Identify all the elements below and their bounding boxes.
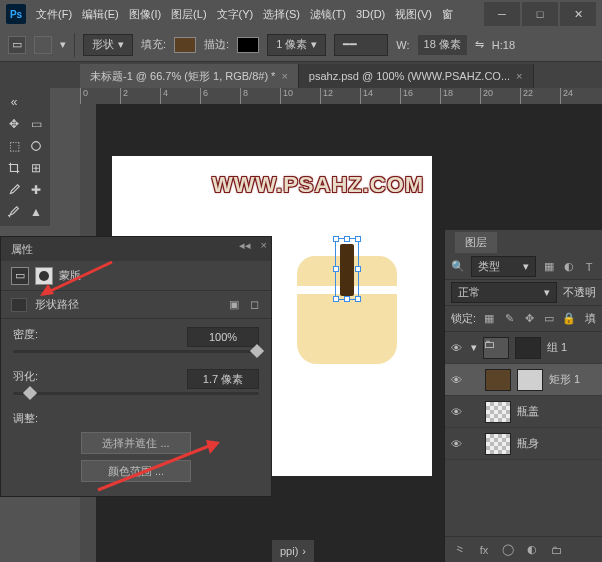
color-range-button[interactable]: 颜色范围 ... [81,460,191,482]
layer-name[interactable]: 组 1 [547,340,567,355]
menu-filter[interactable]: 滤镜(T) [310,7,346,22]
transform-handle[interactable] [333,266,339,272]
ruler-tick: 18 [440,88,480,104]
visibility-icon[interactable]: 👁 [451,438,465,450]
menu-window[interactable]: 窗 [442,7,453,22]
collapse-icon[interactable]: « [4,92,24,112]
move-tool[interactable]: ✥ [4,114,24,134]
transform-bounds[interactable] [335,238,359,300]
filter-adjust-icon[interactable]: ◐ [562,260,576,274]
fx-icon[interactable]: fx [477,543,491,557]
stroke-swatch[interactable] [237,37,259,53]
path-op-icon[interactable]: ▣ [227,298,241,312]
layer-row[interactable]: 👁 瓶身 [445,428,602,460]
feather-slider[interactable] [13,392,259,395]
menu-3d[interactable]: 3D(D) [356,8,385,20]
crop-tool[interactable] [4,158,24,178]
lock-art-icon[interactable]: ▭ [542,312,556,326]
properties-tab[interactable]: 属性 [11,242,33,257]
search-icon[interactable]: 🔍 [451,260,465,273]
layer-row[interactable]: 👁 瓶盖 [445,396,602,428]
chevron-down-icon: ▾ [60,38,66,51]
stroke-style-combo[interactable]: ━━ [334,34,388,56]
path-thumb[interactable] [11,298,27,312]
brush-tool[interactable] [4,202,24,222]
artboard-tool[interactable]: ▭ [26,114,46,134]
layer-row[interactable]: 👁 ▾ 🗀 组 1 [445,332,602,364]
layers-tab[interactable]: 图层 [455,232,497,253]
eyedropper-tool[interactable] [4,180,24,200]
lock-all-icon[interactable]: 🔒 [562,312,576,326]
doc-tab-1[interactable]: 未标题-1 @ 66.7% (矩形 1, RGB/8#) * × [80,64,299,88]
shape-mode-combo[interactable]: 形状▾ [83,34,133,56]
panel-collapse[interactable]: ◂◂ × [239,239,267,252]
select-and-mask-button[interactable]: 选择并遮住 ... [81,432,191,454]
close-icon[interactable]: × [516,70,522,82]
menu-edit[interactable]: 编辑(E) [82,7,119,22]
transform-handle[interactable] [333,236,339,242]
maximize-button[interactable]: □ [522,2,558,26]
swatch-button[interactable] [34,36,52,54]
layer-row[interactable]: 👁 矩形 1 [445,364,602,396]
tool-preset-icon[interactable]: ▭ [8,36,26,54]
transform-handle[interactable] [355,236,361,242]
layer-thumb [485,433,511,455]
stroke-size-combo[interactable]: 1 像素▾ [267,34,326,56]
ruler-horizontal[interactable]: 0 2 4 6 8 10 12 14 16 18 20 22 24 [80,88,602,104]
link-icon[interactable]: ⇋ [475,38,484,51]
frame-tool[interactable]: ⊞ [26,158,46,178]
stamp-tool[interactable]: ▲ [26,202,46,222]
transform-handle[interactable] [344,296,350,302]
vector-mask-icon[interactable] [35,267,53,285]
visibility-icon[interactable]: 👁 [451,406,465,418]
filter-pixel-icon[interactable]: ▦ [542,260,556,274]
group-icon[interactable]: 🗀 [549,543,563,557]
menu-view[interactable]: 视图(V) [395,7,432,22]
toolbox: « ✥ ▭ ⬚ ⊞ ✚ ▲ [0,88,50,226]
menu-type[interactable]: 文字(Y) [217,7,254,22]
layer-name[interactable]: 矩形 1 [549,372,580,387]
layer-name[interactable]: 瓶身 [517,436,539,451]
lock-paint-icon[interactable]: ✎ [502,312,516,326]
doc-tab-2[interactable]: psahz.psd @ 100% (WWW.PSAHZ.CO... × [299,64,534,88]
path-op-icon[interactable]: ◻ [247,298,261,312]
fill-swatch[interactable] [174,37,196,53]
transform-handle[interactable] [344,236,350,242]
separator [74,33,75,57]
adjustment-icon[interactable]: ◐ [525,543,539,557]
layer-filter-combo[interactable]: 类型▾ [471,256,536,277]
layers-panel: 图层 🔍 类型▾ ▦ ◐ T 正常▾ 不透明 锁定: ▦ ✎ ✥ ▭ 🔒 填 👁… [444,230,602,562]
close-icon[interactable]: × [281,70,287,82]
chevron-right-icon[interactable]: › [302,545,306,557]
options-bar: ▭ ▾ 形状▾ 填充: 描边: 1 像素▾ ━━ W: 18 像素 ⇋ H:18 [0,28,602,62]
density-slider[interactable] [13,350,259,353]
healing-tool[interactable]: ✚ [26,180,46,200]
minimize-button[interactable]: ─ [484,2,520,26]
layer-name[interactable]: 瓶盖 [517,404,539,419]
menu-layer[interactable]: 图层(L) [171,7,206,22]
menu-select[interactable]: 选择(S) [263,7,300,22]
visibility-icon[interactable]: 👁 [451,342,465,354]
chevron-down-icon[interactable]: ▾ [471,341,477,354]
feather-value[interactable]: 1.7 像素 [187,369,259,389]
marquee-tool[interactable]: ⬚ [4,136,24,156]
transform-handle[interactable] [355,296,361,302]
visibility-icon[interactable]: 👁 [451,374,465,386]
density-label: 密度: [13,327,65,342]
lock-pos-icon[interactable]: ✥ [522,312,536,326]
lock-trans-icon[interactable]: ▦ [482,312,496,326]
density-value[interactable]: 100% [187,327,259,347]
close-button[interactable]: ✕ [560,2,596,26]
blend-mode-combo[interactable]: 正常▾ [451,282,557,303]
pixel-mask-icon[interactable]: ▭ [11,267,29,285]
transform-handle[interactable] [355,266,361,272]
link-icon[interactable]: ⺀ [453,543,467,557]
width-field[interactable]: 18 像素 [418,35,467,55]
menu-file[interactable]: 文件(F) [36,7,72,22]
mask-thumb [515,337,541,359]
lasso-tool[interactable] [26,136,46,156]
mask-icon[interactable]: ◯ [501,543,515,557]
menu-image[interactable]: 图像(I) [129,7,161,22]
filter-type-icon[interactable]: T [582,260,596,274]
transform-handle[interactable] [333,296,339,302]
